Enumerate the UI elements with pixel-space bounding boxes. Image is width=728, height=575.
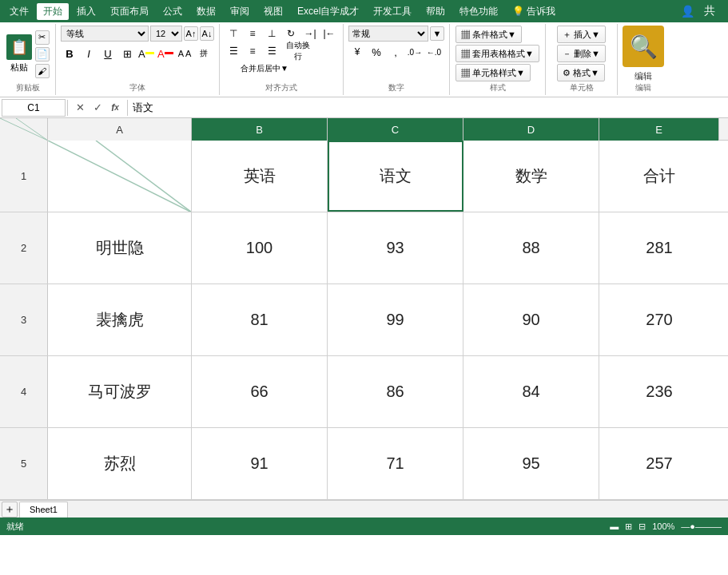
corner-cell[interactable] bbox=[0, 118, 48, 141]
sheet-tab-1[interactable]: Sheet1 bbox=[19, 502, 68, 518]
increase-font-button[interactable]: A↑ bbox=[184, 26, 198, 41]
conditional-format-button[interactable]: ▦ 条件格式▼ bbox=[455, 26, 522, 43]
cell-e1[interactable]: 合计 bbox=[599, 141, 719, 212]
cell-style-button[interactable]: ▦ 单元格样式▼ bbox=[455, 64, 531, 81]
add-sheet-button[interactable]: ＋ bbox=[2, 502, 18, 518]
menu-page-layout[interactable]: 页面布局 bbox=[104, 3, 155, 20]
format-painter-button[interactable]: 🖌 bbox=[35, 64, 50, 78]
font-size-select[interactable]: 12 bbox=[150, 26, 182, 42]
cell-d2[interactable]: 88 bbox=[463, 212, 599, 284]
cell-b1[interactable]: 英语 bbox=[192, 141, 328, 212]
cell-b4[interactable]: 66 bbox=[192, 356, 328, 427]
cell-e4[interactable]: 236 bbox=[599, 356, 719, 427]
align-top-button[interactable]: ⊤ bbox=[225, 26, 242, 42]
insert-cells-button[interactable]: ＋ 插入▼ bbox=[557, 26, 606, 43]
increase-decimal-button[interactable]: .0→ bbox=[406, 43, 424, 61]
cell-a2[interactable]: 明世隐 bbox=[48, 212, 192, 284]
cell-c2[interactable]: 93 bbox=[328, 212, 463, 284]
cell-a1[interactable] bbox=[48, 141, 192, 212]
italic-button[interactable]: I bbox=[80, 45, 97, 62]
row-header-5[interactable]: 5 bbox=[0, 428, 48, 499]
col-header-e[interactable]: E bbox=[599, 118, 719, 141]
decrease-font-button[interactable]: A↓ bbox=[200, 26, 214, 41]
text-direction-button[interactable]: ↻ bbox=[282, 26, 300, 42]
align-left-button[interactable]: ☰ bbox=[225, 43, 242, 59]
indent-increase-button[interactable]: →| bbox=[301, 26, 319, 42]
cell-b3[interactable]: 81 bbox=[192, 284, 328, 355]
menu-help[interactable]: 帮助 bbox=[420, 3, 452, 20]
phonetic-button[interactable]: 拼 bbox=[195, 45, 213, 62]
indent-decrease-button[interactable]: |← bbox=[320, 26, 338, 42]
row-header-4[interactable]: 4 bbox=[0, 356, 48, 427]
decrease-decimal-button[interactable]: ←.0 bbox=[425, 43, 443, 61]
search-button[interactable]: 🔍 bbox=[623, 26, 664, 67]
align-bottom-button[interactable]: ⊥ bbox=[263, 26, 280, 42]
align-right-button[interactable]: ☰ bbox=[263, 43, 280, 59]
cell-e3[interactable]: 270 bbox=[599, 284, 719, 355]
cell-e5[interactable]: 257 bbox=[599, 428, 719, 499]
cell-d3[interactable]: 90 bbox=[463, 284, 599, 355]
underline-button[interactable]: U bbox=[99, 45, 117, 62]
col-header-c[interactable]: C bbox=[328, 118, 463, 141]
cell-d1[interactable]: 数学 bbox=[463, 141, 599, 212]
fill-color-button[interactable]: A bbox=[137, 45, 155, 62]
cell-d4[interactable]: 84 bbox=[463, 356, 599, 427]
thousand-separator-button[interactable]: , bbox=[387, 43, 404, 61]
col-header-d[interactable]: D bbox=[463, 118, 599, 141]
row-header-1[interactable]: 1 bbox=[0, 141, 48, 212]
cell-c4[interactable]: 86 bbox=[328, 356, 463, 427]
cell-c1[interactable]: 语文 bbox=[328, 141, 463, 212]
cell-a5[interactable]: 苏烈 bbox=[48, 428, 192, 499]
menu-insert[interactable]: 插入 bbox=[70, 3, 102, 20]
menu-developer[interactable]: 开发工具 bbox=[367, 3, 418, 20]
page-layout-icon[interactable]: ⊞ bbox=[625, 521, 632, 532]
currency-button[interactable]: ¥ bbox=[348, 43, 366, 61]
menu-view[interactable]: 视图 bbox=[257, 3, 289, 20]
bold-button[interactable]: B bbox=[61, 45, 78, 62]
cell-a4[interactable]: 马可波罗 bbox=[48, 356, 192, 427]
share-label[interactable]: 共 bbox=[701, 2, 718, 20]
insert-function-button[interactable]: fx bbox=[108, 101, 122, 115]
cell-c3[interactable]: 99 bbox=[328, 284, 463, 355]
menu-special[interactable]: 特色功能 bbox=[453, 3, 504, 20]
cell-d5[interactable]: 95 bbox=[463, 428, 599, 499]
copy-button[interactable]: 📄 bbox=[35, 47, 50, 61]
align-center-button[interactable]: ≡ bbox=[244, 43, 261, 59]
table-style-button[interactable]: ▦ 套用表格格式▼ bbox=[455, 45, 539, 62]
number-expand-button[interactable]: ▼ bbox=[430, 26, 444, 41]
cell-b5[interactable]: 91 bbox=[192, 428, 328, 499]
font-name-select[interactable]: 等线 bbox=[61, 26, 149, 42]
confirm-formula-button[interactable]: ✓ bbox=[90, 101, 105, 115]
formula-input[interactable] bbox=[129, 99, 726, 117]
paste-button[interactable]: 📋 粘贴 bbox=[6, 34, 32, 73]
row-header-3[interactable]: 3 bbox=[0, 284, 48, 355]
cell-b2[interactable]: 100 bbox=[192, 212, 328, 284]
menu-tell-me[interactable]: 💡 告诉我 bbox=[506, 3, 562, 20]
cell-c5[interactable]: 71 bbox=[328, 428, 463, 499]
col-header-a[interactable]: A bbox=[48, 118, 192, 141]
page-break-icon[interactable]: ⊟ bbox=[638, 521, 646, 532]
align-middle-button[interactable]: ≡ bbox=[244, 26, 261, 42]
zoom-slider[interactable]: —●——— bbox=[681, 521, 722, 531]
menu-file[interactable]: 文件 bbox=[3, 3, 35, 20]
cell-a3[interactable]: 裴擒虎 bbox=[48, 284, 192, 355]
cell-reference-box[interactable] bbox=[2, 99, 66, 117]
cell-e2[interactable]: 281 bbox=[599, 212, 719, 284]
font-aa-button[interactable]: A A bbox=[176, 45, 193, 62]
format-cells-button[interactable]: ⚙ 格式▼ bbox=[557, 64, 605, 81]
menu-data[interactable]: 数据 bbox=[190, 3, 222, 20]
percent-button[interactable]: % bbox=[368, 43, 385, 61]
menu-formula[interactable]: 公式 bbox=[157, 3, 189, 20]
menu-review[interactable]: 审阅 bbox=[224, 3, 256, 20]
font-color-button[interactable]: A bbox=[157, 45, 174, 62]
col-header-b[interactable]: B bbox=[192, 118, 328, 141]
cancel-formula-button[interactable]: ✕ bbox=[73, 101, 87, 115]
merge-center-button[interactable]: 合并后居中▼ bbox=[225, 61, 304, 77]
wrap-text-button[interactable]: 自动换行 bbox=[282, 43, 314, 59]
normal-view-icon[interactable]: ▬ bbox=[610, 521, 619, 531]
cut-button[interactable]: ✂ bbox=[35, 30, 50, 45]
border-button[interactable]: ⊞ bbox=[118, 45, 136, 62]
menu-home[interactable]: 开始 bbox=[37, 3, 69, 20]
number-format-select[interactable]: 常规 bbox=[348, 26, 428, 42]
delete-cells-button[interactable]: － 删除▼ bbox=[557, 45, 606, 62]
